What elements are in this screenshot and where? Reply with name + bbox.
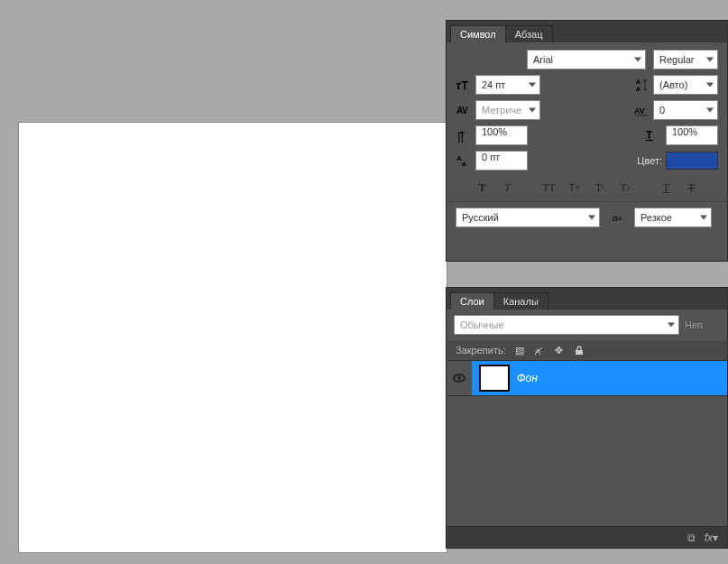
svg-text:AV: AV xyxy=(634,106,645,116)
svg-rect-10 xyxy=(576,350,583,355)
allcaps-button[interactable]: TT xyxy=(540,180,558,196)
vscale-input[interactable]: 100% xyxy=(475,125,528,145)
lock-position-icon[interactable]: ✥ xyxy=(553,344,566,356)
layer-thumbnail[interactable] xyxy=(479,365,510,392)
tab-layers[interactable]: Слои xyxy=(450,292,494,310)
character-tabbar: Символ Абзац xyxy=(447,21,727,42)
svg-text:тТ: тТ xyxy=(456,79,468,92)
faux-bold-button[interactable]: T xyxy=(474,180,492,196)
svg-text:a: a xyxy=(462,160,466,168)
font-size-icon: тТ xyxy=(456,77,472,93)
link-layers-icon[interactable]: ⧉ xyxy=(687,532,696,544)
layers-footer: ⧉ fx▾ xyxy=(447,526,727,548)
svg-text:A: A xyxy=(636,79,640,85)
svg-text:IT: IT xyxy=(458,130,465,143)
vscale-icon: IT xyxy=(456,127,472,143)
layer-visibility-toggle[interactable] xyxy=(447,361,472,395)
leading-select[interactable]: (Авто) xyxy=(653,75,718,95)
font-style-select[interactable]: Regular xyxy=(653,50,718,69)
lock-label: Закрепить: xyxy=(456,345,506,356)
baseline-icon: Aa xyxy=(456,153,472,169)
svg-text:V: V xyxy=(462,106,468,116)
layer-name-label[interactable]: Фон xyxy=(517,372,538,384)
eye-icon xyxy=(453,374,465,383)
tracking-select[interactable]: 0 xyxy=(653,100,718,120)
lock-all-icon[interactable] xyxy=(573,344,585,356)
hscale-input[interactable]: 100% xyxy=(666,125,718,145)
subscript-button[interactable]: T₁ xyxy=(616,180,634,196)
strikethrough-button[interactable]: T xyxy=(683,180,701,196)
color-label: Цвет: xyxy=(637,155,662,166)
layer-effects-icon[interactable]: fx▾ xyxy=(705,532,718,544)
antialias-icon: aa xyxy=(609,209,625,226)
document-canvas[interactable] xyxy=(18,122,447,553)
character-panel: Символ Абзац Arial Regular тТ 24 пт AA (… xyxy=(446,20,728,262)
font-family-select[interactable]: Arial xyxy=(527,50,646,69)
kerning-icon: AV xyxy=(456,102,472,118)
faux-italic-button[interactable]: T xyxy=(499,180,517,196)
lock-image-icon[interactable] xyxy=(533,344,546,356)
tracking-icon: AV xyxy=(633,102,650,118)
opacity-label: Неп xyxy=(685,319,703,330)
svg-text:T: T xyxy=(646,129,653,142)
lock-row: Закрепить: ▧ ✥ xyxy=(447,340,727,360)
tab-symbol[interactable]: Символ xyxy=(450,25,506,42)
underline-button[interactable]: T xyxy=(658,180,676,196)
antialias-select[interactable]: Резкое xyxy=(634,208,712,227)
blend-mode-select[interactable]: Обычные xyxy=(454,315,679,335)
tab-channels[interactable]: Каналы xyxy=(493,292,548,310)
text-style-toolbar: T T TT TT T¹ T₁ T T xyxy=(447,176,727,202)
tab-paragraph[interactable]: Абзац xyxy=(505,25,553,42)
superscript-button[interactable]: T¹ xyxy=(591,180,609,196)
leading-icon: AA xyxy=(633,77,650,93)
layer-row-background[interactable]: Фон xyxy=(447,360,727,396)
svg-text:A: A xyxy=(636,86,640,92)
text-color-swatch[interactable] xyxy=(666,152,718,170)
layers-panel: Слои Каналы Обычные Неп Закрепить: ▧ ✥ xyxy=(446,287,728,549)
kerning-select[interactable]: Метриче xyxy=(475,100,540,120)
language-select[interactable]: Русский xyxy=(456,208,600,227)
layers-tabbar: Слои Каналы xyxy=(447,288,727,310)
font-size-select[interactable]: 24 пт xyxy=(475,75,540,95)
baseline-input[interactable]: 0 пт xyxy=(475,151,528,171)
layer-list: Фон xyxy=(447,360,727,526)
hscale-icon: T xyxy=(646,127,662,143)
smallcaps-button[interactable]: TT xyxy=(566,180,584,196)
lock-transparency-icon[interactable]: ▧ xyxy=(513,344,526,356)
